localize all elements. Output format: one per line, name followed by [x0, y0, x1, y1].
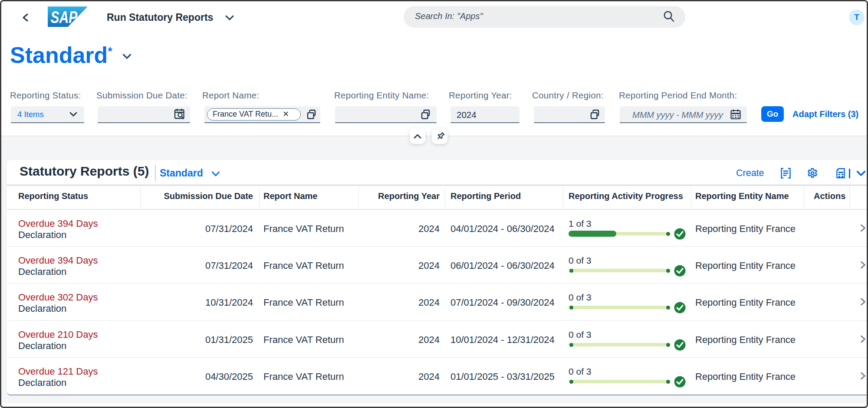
svg-text:SAP: SAP	[51, 8, 78, 26]
